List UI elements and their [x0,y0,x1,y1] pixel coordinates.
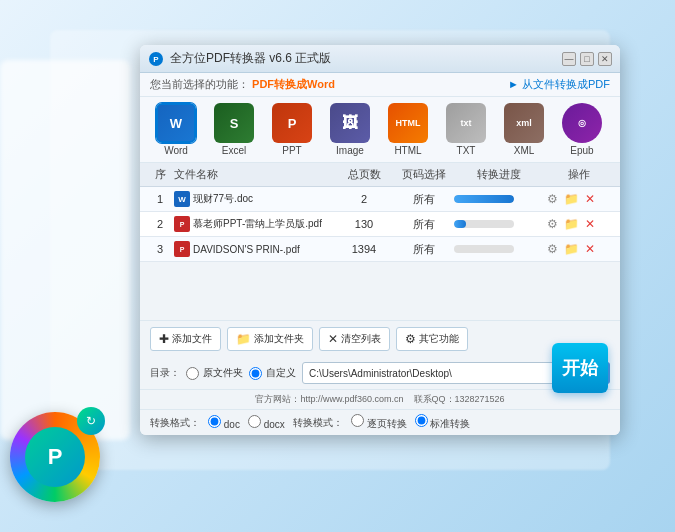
add-file-button[interactable]: ✚ 添加文件 [150,327,221,351]
html-label: HTML [394,145,421,156]
format-options-row: 转换格式： doc docx 转换模式： 逐页转换 标准转换 [140,409,620,435]
output-path-input[interactable] [302,362,582,384]
txt-icon: txt [446,103,486,143]
format-excel[interactable]: S Excel [208,103,260,156]
add-file-icon: ✚ [159,332,169,346]
add-file-label: 添加文件 [172,332,212,346]
start-button[interactable]: 开始 [552,343,608,393]
format-label: 转换格式： [150,416,200,430]
epub-label: Epub [570,145,593,156]
col-seq-header: 序 [146,167,174,182]
sub-header: 您当前选择的功能： PDF转换成Word ► 从文件转换成PDF [140,73,620,97]
row1-settings-icon[interactable]: ⚙ [544,191,560,207]
clear-list-label: 清空列表 [341,332,381,346]
sub-header-label: 您当前选择的功能： PDF转换成Word [150,77,335,92]
format-ppt[interactable]: P PPT [266,103,318,156]
row1-progress-fill [454,195,514,203]
row2-filename: 慕老师PPT-雷纳上学员版.pdf [193,217,322,231]
mode-label: 转换模式： [293,416,343,430]
radio-original-folder[interactable]: 原文件夹 [186,366,243,380]
feature-highlight: PDF转换成Word [252,78,335,90]
row2-file-cell: P 慕老师PPT-雷纳上学员版.pdf [174,216,334,232]
opt-mode1[interactable]: 逐页转换 [351,414,407,431]
table-body: 1 W 现财77号.doc 2 所有 ⚙ 📁 ✕ [140,187,620,320]
radio-custom-input[interactable] [249,367,262,380]
row2-progress-cell [454,220,544,228]
add-folder-label: 添加文件夹 [254,332,304,346]
row2-folder-icon[interactable]: 📁 [563,216,579,232]
format-txt[interactable]: txt TXT [440,103,492,156]
radio-doc[interactable] [208,415,221,428]
table-row: 3 P DAVIDSON'S PRIN-.pdf 1394 所有 ⚙ 📁 ✕ [140,237,620,262]
doc-label: doc [224,419,240,430]
title-bar: P 全方位PDF转换器 v6.6 正式版 — □ ✕ [140,45,620,73]
clear-list-icon: ✕ [328,332,338,346]
row2-pages: 130 [334,218,394,230]
opt-doc[interactable]: doc [208,415,240,430]
main-window: P 全方位PDF转换器 v6.6 正式版 — □ ✕ 您当前选择的功能： PDF… [140,45,620,435]
ppt-label: PPT [282,145,301,156]
format-icons-row: W Word S Excel P PPT 🖼 Image [140,97,620,163]
row3-settings-icon[interactable]: ⚙ [544,241,560,257]
word-label: Word [164,145,188,156]
row3-range: 所有 [394,242,454,257]
row1-pages: 2 [334,193,394,205]
row2-delete-icon[interactable]: ✕ [582,216,598,232]
ppt-icon: P [272,103,312,143]
row3-file-cell: P DAVIDSON'S PRIN-.pdf [174,241,334,257]
maximize-button[interactable]: □ [580,52,594,66]
dir-label: 目录： [150,366,180,380]
app-icon: P [148,51,164,67]
word-icon: W [156,103,196,143]
link-text: 从文件转换成PDF [522,78,610,90]
row3-actions: ⚙ 📁 ✕ [544,241,614,257]
row3-pages: 1394 [334,243,394,255]
add-folder-button[interactable]: 📁 添加文件夹 [227,327,313,351]
xml-label: XML [514,145,535,156]
format-word[interactable]: W Word [150,103,202,156]
row2-range: 所有 [394,217,454,232]
qq-info: 联系QQ：1328271526 [414,394,505,404]
clear-list-button[interactable]: ✕ 清空列表 [319,327,390,351]
row3-delete-icon[interactable]: ✕ [582,241,598,257]
window-controls: — □ ✕ [562,52,612,66]
format-html[interactable]: HTML HTML [382,103,434,156]
mode1-label: 逐页转换 [367,418,407,429]
close-button[interactable]: ✕ [598,52,612,66]
row1-file-cell: W 现财77号.doc [174,191,334,207]
app-logo: P ↻ [10,412,110,512]
row3-folder-icon[interactable]: 📁 [563,241,579,257]
radio-mode2[interactable] [415,414,428,427]
row1-progress-cell [454,195,544,203]
row1-delete-icon[interactable]: ✕ [582,191,598,207]
word-file-icon: W [174,191,190,207]
excel-icon: S [214,103,254,143]
row2-actions: ⚙ 📁 ✕ [544,216,614,232]
radio-original-input[interactable] [186,367,199,380]
bottom-toolbar: ✚ 添加文件 📁 添加文件夹 ✕ 清空列表 ⚙ 其它功能 [140,320,620,357]
pdf-file-icon: P [174,216,190,232]
main-content: 您当前选择的功能： PDF转换成Word ► 从文件转换成PDF W Word … [140,73,620,435]
epub-icon: ◎ [562,103,602,143]
minimize-button[interactable]: — [562,52,576,66]
col-progress-header: 转换进度 [454,167,544,182]
row3-seq: 3 [146,243,174,255]
radio-docx[interactable] [248,415,261,428]
opt-mode2[interactable]: 标准转换 [415,414,471,431]
row2-progress-fill [454,220,466,228]
logo-arrows: ↻ [77,407,105,435]
format-xml[interactable]: xml XML [498,103,550,156]
radio-custom[interactable]: 自定义 [249,366,296,380]
more-func-button[interactable]: ⚙ 其它功能 [396,327,468,351]
row2-settings-icon[interactable]: ⚙ [544,216,560,232]
opt-docx[interactable]: docx [248,415,285,430]
radio-mode1[interactable] [351,414,364,427]
row1-seq: 1 [146,193,174,205]
convert-to-pdf-link[interactable]: ► 从文件转换成PDF [508,77,610,92]
col-pages-header: 总页数 [334,167,394,182]
window-title: 全方位PDF转换器 v6.6 正式版 [170,50,562,67]
row1-folder-icon[interactable]: 📁 [563,191,579,207]
format-epub[interactable]: ◎ Epub [556,103,608,156]
format-image[interactable]: 🖼 Image [324,103,376,156]
svg-text:P: P [153,55,159,64]
